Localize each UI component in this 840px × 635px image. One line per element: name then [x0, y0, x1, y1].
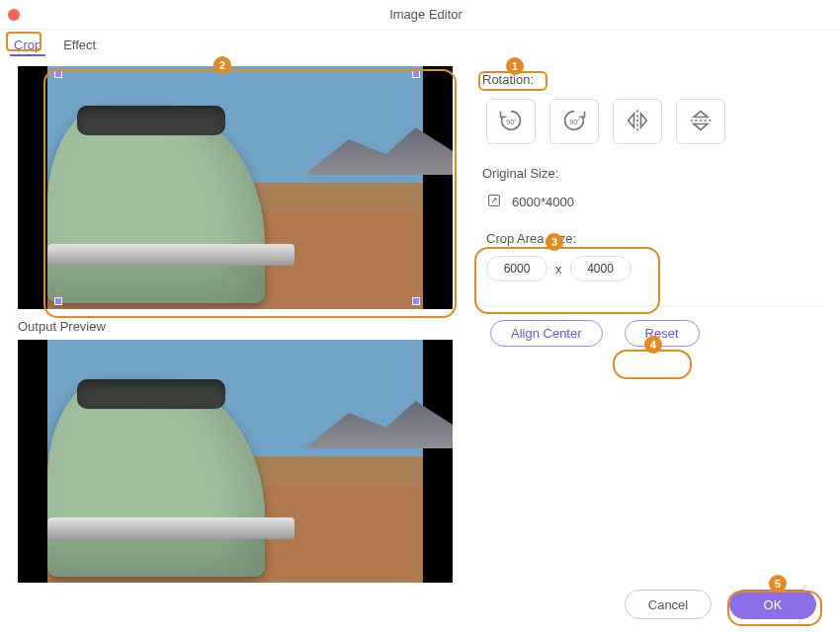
crop-handle-top-left[interactable]	[54, 70, 62, 78]
ok-button[interactable]: OK	[729, 590, 816, 619]
flip-vertical-button[interactable]	[676, 99, 725, 144]
original-size-label: Original Size:	[482, 166, 822, 181]
crop-height-input[interactable]	[570, 256, 631, 281]
crop-handle-bottom-right[interactable]	[412, 297, 420, 305]
crop-action-row: Align Center Reset	[490, 320, 822, 347]
rotation-label: Rotation:	[482, 72, 822, 87]
original-size-row: 6000*4000	[486, 193, 822, 211]
rotate-ccw-button[interactable]: 90°	[486, 99, 536, 144]
window-title: Image Editor	[20, 7, 832, 22]
output-preview	[18, 340, 453, 583]
crop-handle-bottom-left[interactable]	[54, 297, 62, 305]
cancel-button[interactable]: Cancel	[625, 590, 712, 619]
tab-bar: Crop Effect	[0, 30, 840, 56]
dialog-footer: Cancel OK	[625, 590, 816, 619]
flip-horizontal-button[interactable]	[613, 99, 662, 144]
close-window-dot[interactable]	[8, 9, 20, 21]
x-separator: x	[555, 262, 562, 277]
output-preview-label: Output Preview	[18, 319, 453, 334]
crop-width-input[interactable]	[486, 256, 547, 281]
crop-handle-top-right[interactable]	[412, 70, 420, 78]
flip-vertical-icon	[687, 107, 714, 137]
expand-icon	[486, 193, 502, 211]
align-center-button[interactable]: Align Center	[490, 320, 603, 347]
tab-crop[interactable]: Crop	[10, 36, 45, 56]
crop-area-size-row: x	[486, 256, 822, 281]
reset-button[interactable]: Reset	[625, 320, 700, 347]
crop-area-size-label: Crop Area Size:	[486, 231, 822, 246]
rotate-ccw-icon: 90°	[497, 107, 525, 137]
flip-horizontal-icon	[624, 107, 651, 137]
svg-text:90°: 90°	[506, 118, 517, 124]
original-size-value: 6000*4000	[512, 195, 574, 209]
rotate-cw-icon: 90°	[560, 107, 588, 137]
rotate-cw-button[interactable]: 90°	[549, 99, 599, 144]
crop-preview[interactable]	[18, 66, 453, 309]
svg-text:90°: 90°	[569, 118, 580, 124]
tab-effect[interactable]: Effect	[59, 36, 100, 56]
divider	[482, 305, 822, 306]
titlebar: Image Editor	[0, 0, 840, 30]
rotation-buttons: 90° 90°	[486, 99, 822, 144]
